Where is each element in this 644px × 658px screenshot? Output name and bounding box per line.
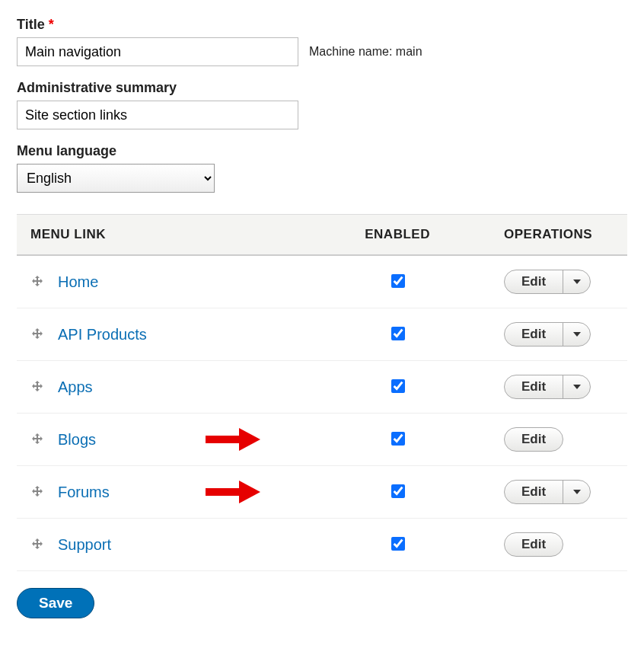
edit-button[interactable]: Edit <box>505 428 563 451</box>
menu-link[interactable]: Forums <box>58 484 110 501</box>
col-header-ops: OPERATIONS <box>490 215 627 256</box>
edit-dropdown-button[interactable] <box>563 323 590 346</box>
col-header-link: MENU LINK <box>17 215 304 256</box>
menu-link[interactable]: API Products <box>58 326 147 343</box>
table-row: AppsEdit <box>17 361 627 414</box>
edit-dropdown-button[interactable] <box>563 375 590 398</box>
enabled-checkbox[interactable] <box>391 484 405 498</box>
chevron-down-icon <box>573 332 581 337</box>
table-row: HomeEdit <box>17 255 627 308</box>
edit-button[interactable]: Edit <box>505 533 563 556</box>
table-row: ForumsEdit <box>17 466 627 519</box>
drag-handle-icon[interactable] <box>30 538 44 551</box>
edit-button[interactable]: Edit <box>505 375 563 398</box>
menu-links-table: MENU LINK ENABLED OPERATIONS HomeEditAPI… <box>17 214 627 571</box>
drag-handle-icon[interactable] <box>30 380 44 394</box>
enabled-checkbox[interactable] <box>391 274 405 288</box>
enabled-checkbox[interactable] <box>391 537 405 551</box>
drag-handle-icon[interactable] <box>30 327 44 341</box>
menu-link[interactable]: Apps <box>58 379 93 396</box>
edit-button[interactable]: Edit <box>505 270 563 293</box>
drag-handle-icon[interactable] <box>30 485 44 499</box>
summary-input[interactable] <box>17 101 298 129</box>
enabled-checkbox[interactable] <box>391 432 405 446</box>
title-input[interactable] <box>17 37 298 66</box>
drag-handle-icon[interactable] <box>30 275 44 289</box>
menu-link[interactable]: Blogs <box>58 431 96 449</box>
menu-link[interactable]: Home <box>58 273 98 291</box>
menu-link[interactable]: Support <box>58 536 111 554</box>
table-row: SupportEdit <box>17 519 627 571</box>
edit-dropdown-button[interactable] <box>563 481 590 503</box>
title-label: Title * <box>17 17 627 33</box>
col-header-enabled: ENABLED <box>304 215 490 256</box>
language-label: Menu language <box>17 143 627 159</box>
svg-rect-0 <box>206 436 239 443</box>
annotation-arrow-icon <box>206 481 260 503</box>
annotation-arrow-icon <box>206 428 260 451</box>
chevron-down-icon <box>573 490 581 494</box>
chevron-down-icon <box>573 279 581 284</box>
svg-rect-1 <box>206 488 239 496</box>
required-marker: * <box>49 17 54 32</box>
enabled-checkbox[interactable] <box>391 379 405 393</box>
language-select[interactable]: English <box>17 164 215 193</box>
summary-label: Administrative summary <box>17 80 627 96</box>
save-button[interactable]: Save <box>17 588 94 618</box>
edit-button[interactable]: Edit <box>505 323 563 346</box>
drag-handle-icon[interactable] <box>30 433 44 446</box>
chevron-down-icon <box>573 385 581 389</box>
enabled-checkbox[interactable] <box>391 327 405 340</box>
table-row: BlogsEdit <box>17 414 627 466</box>
machine-name: Machine name: main <box>309 45 422 59</box>
edit-dropdown-button[interactable] <box>563 270 590 293</box>
edit-button[interactable]: Edit <box>505 481 563 503</box>
table-row: API ProductsEdit <box>17 308 627 361</box>
